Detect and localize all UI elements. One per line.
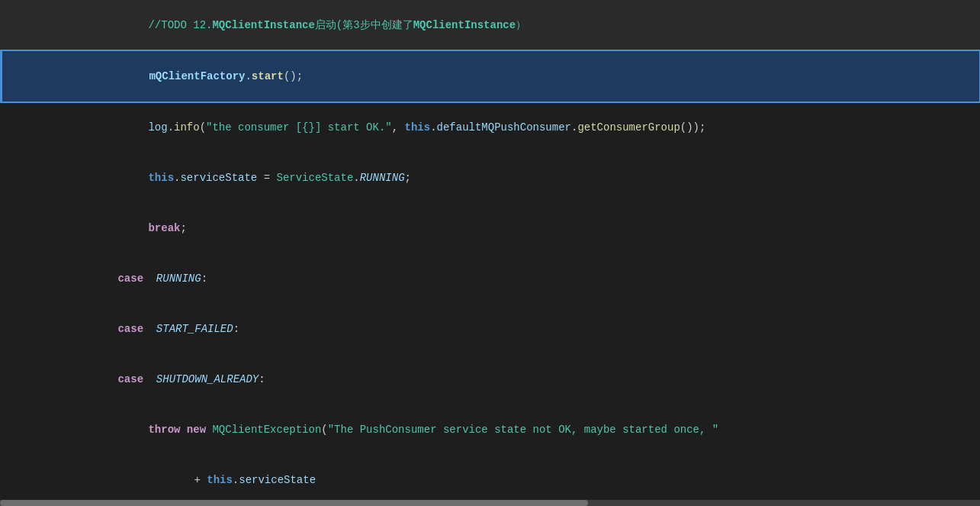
horizontal-scrollbar[interactable] [0, 500, 980, 506]
code-line-8: case SHUTDOWN_ALREADY: [0, 354, 980, 404]
code-line-4: this.serviceState = ServiceState.RUNNING… [0, 153, 980, 203]
code-line-10: + this.serviceState [0, 455, 980, 505]
code-line-9: throw new MQClientException("The PushCon… [0, 404, 980, 455]
code-line-7: case START_FAILED: [0, 304, 980, 354]
code-line-5: break; [0, 203, 980, 253]
code-line-2-highlighted: mQClientFactory.start(); [0, 50, 980, 102]
code-line-1: //TODO 12.MQClientInstance启动(第3步中创建了MQCl… [0, 0, 980, 50]
code-line-6: case RUNNING: [0, 253, 980, 304]
scrollbar-thumb[interactable] [0, 500, 588, 506]
code-editor: //TODO 12.MQClientInstance启动(第3步中创建了MQCl… [0, 0, 980, 506]
code-line-3: log.info("the consumer [{}] start OK.", … [0, 102, 980, 153]
